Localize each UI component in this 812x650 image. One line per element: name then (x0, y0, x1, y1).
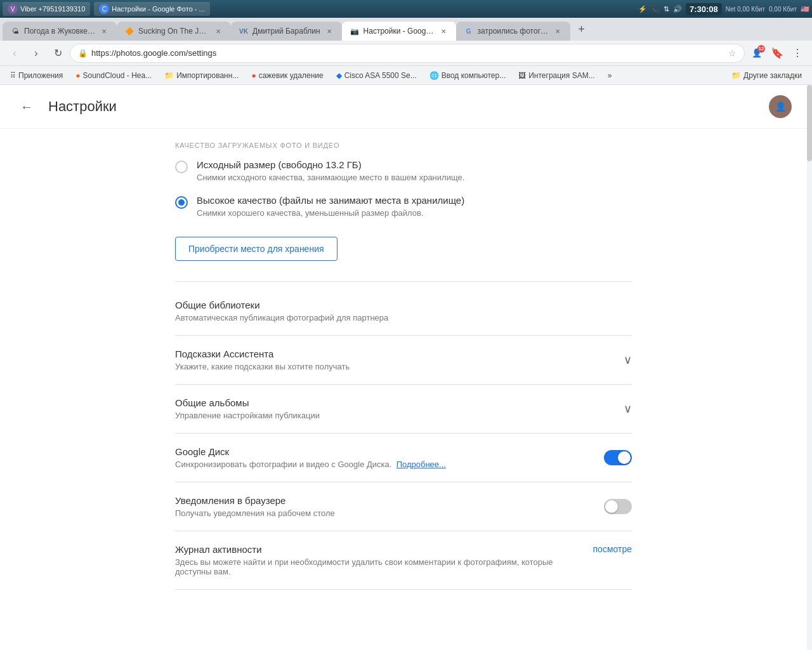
bookmark-vvod-label: Ввод компьютер... (442, 71, 506, 80)
bookmark-other[interactable]: 📁 Другие закладки (726, 69, 807, 82)
bookmark-imported[interactable]: 📁 Импортированн... (159, 69, 244, 82)
radio-highquality-desc: Снимки хорошего качества, уменьшенный ра… (197, 208, 464, 218)
sazhevic-icon: ● (251, 71, 256, 80)
taskbar-phone-icon: 📞 (651, 5, 660, 13)
tab-title-soundcloud: Sucking On The Juice of Nat... (138, 27, 209, 36)
address-text: https://photos.google.com/settings (91, 48, 724, 58)
taskbar-lightning-icon: ⚡ (638, 5, 647, 13)
radio-original-circle[interactable] (175, 161, 188, 173)
settings-container: ← Настройки 👤 КАЧЕСТВО ЗАГРУЖАЕМЫХ ФОТО … (0, 85, 807, 650)
tab-close-vk[interactable]: ✕ (324, 26, 334, 36)
drive-text: Google Диск Синхронизировать фотографии … (175, 446, 591, 469)
tab-vk[interactable]: VK Дмитрий Бараблин ✕ (231, 22, 342, 41)
buy-storage-button[interactable]: Приобрести место для хранения (175, 237, 337, 261)
bookmark-sazhevic-label: сажевик удаление (259, 71, 324, 80)
taskbar-net-info: Net 0,00 Кбит (726, 6, 765, 13)
bookmark-cisco[interactable]: ◆ Cisco ASA 5500 Se... (331, 69, 422, 82)
assistant-desc: Укажите, какие подсказки вы хотите получ… (175, 362, 611, 371)
viber-icon: V (8, 4, 18, 14)
bookmark-integration-label: Интеграция SAM... (528, 71, 594, 80)
forward-button[interactable]: › (27, 44, 46, 63)
more-options-button[interactable]: ⋮ (788, 44, 807, 63)
drive-toggle-action (604, 450, 632, 465)
drive-desc: Синхронизировать фотографии и видео с Go… (175, 460, 591, 469)
settings-row-shared-libs[interactable]: Общие библиотеки Автоматическая публикац… (175, 287, 632, 336)
tab-title-weather: Погода в Жуковке, Нижег... (24, 27, 95, 36)
page-content: ← Настройки 👤 КАЧЕСТВО ЗАГРУЖАЕМЫХ ФОТО … (0, 85, 812, 650)
notifications-toggle-knob (605, 500, 618, 513)
extension-count-badge: 12 (757, 45, 765, 53)
settings-back-button[interactable]: ← (15, 95, 38, 118)
tab-favicon-search: G (464, 26, 474, 36)
scrollbar-thumb[interactable] (807, 85, 812, 161)
bookmark-other-label: Другие закладки (743, 71, 802, 80)
albums-title: Общие альбомы (175, 397, 611, 408)
tab-favicon-photos: 📷 (350, 26, 360, 36)
settings-row-drive[interactable]: Google Диск Синхронизировать фотографии … (175, 434, 632, 482)
taskbar-right: ⚡ 📞 ⇅ 🔊 7:30:08 Net 0,00 Кбит 0,00 Кбит … (638, 3, 809, 15)
drive-toggle[interactable] (604, 450, 632, 465)
notifications-toggle[interactable] (604, 499, 632, 514)
tab-favicon-weather: 🌤 (10, 26, 20, 36)
radio-highquality-title: Высокое качество (файлы не занимают мест… (197, 195, 464, 206)
tab-title-photos: Настройки - Google Фото (363, 27, 435, 36)
bookmark-soundcloud-label: SoundCloud - Hea... (82, 71, 152, 80)
extensions-button[interactable]: 👤 12 (747, 44, 766, 63)
radio-highquality-option[interactable]: Высокое качество (файлы не занимают мест… (175, 195, 632, 218)
scrollbar[interactable] (807, 85, 812, 650)
bookmark-star-icon[interactable]: ☆ (728, 48, 737, 58)
tab-close-photos[interactable]: ✕ (438, 26, 449, 36)
back-button[interactable]: ‹ (5, 44, 24, 63)
cisco-icon: ◆ (336, 71, 342, 80)
taskbar-viber[interactable]: V Viber +79519139310 (3, 2, 90, 16)
bookmark-soundcloud[interactable]: ● SoundCloud - Hea... (70, 69, 157, 82)
radio-original-title: Исходный размер (свободно 13.2 ГБ) (197, 159, 464, 170)
new-tab-button[interactable]: + (573, 20, 591, 38)
settings-row-activity: Журнал активности Здесь вы можете найти … (175, 531, 632, 590)
bookmarks-bar: ⠿ Приложения ● SoundCloud - Hea... 📁 Имп… (0, 66, 812, 85)
radio-original-option[interactable]: Исходный размер (свободно 13.2 ГБ) Снимк… (175, 159, 632, 182)
settings-title: Настройки (48, 98, 117, 115)
tab-close-soundcloud[interactable]: ✕ (213, 26, 223, 36)
radio-highquality-circle[interactable] (175, 196, 188, 209)
settings-row-notifications[interactable]: Уведомления в браузере Получать уведомле… (175, 482, 632, 531)
tab-close-weather[interactable]: ✕ (99, 26, 109, 36)
vvod-icon: 🌐 (429, 71, 439, 80)
other-folder-icon: 📁 (731, 71, 741, 80)
drive-toggle-knob (618, 451, 631, 464)
divider-1 (175, 281, 632, 282)
settings-row-assistant[interactable]: Подсказки Ассистента Укажите, какие подс… (175, 336, 632, 385)
bookmark-apps[interactable]: ⠿ Приложения (5, 69, 68, 82)
albums-text: Общие альбомы Управление настройками пуб… (175, 397, 611, 420)
notifications-toggle-action (604, 499, 632, 514)
bookmark-manager-button[interactable]: 🔖 (768, 44, 787, 63)
reload-button[interactable]: ↻ (48, 44, 67, 63)
user-avatar[interactable]: 👤 (769, 95, 792, 118)
bookmark-more[interactable]: » (603, 69, 617, 82)
settings-row-albums[interactable]: Общие альбомы Управление настройками пуб… (175, 385, 632, 434)
tab-favicon-soundcloud: 🔶 (124, 26, 134, 36)
address-bar[interactable]: 🔒 https://photos.google.com/settings ☆ (70, 44, 745, 63)
radio-original-desc: Снимки исходного качества, занимающие ме… (197, 173, 464, 182)
drive-learn-more-link[interactable]: Подробнее... (396, 460, 446, 469)
tab-close-search[interactable]: ✕ (553, 26, 563, 36)
tab-title-vk: Дмитрий Бараблин (252, 27, 320, 36)
bookmark-sazhevic[interactable]: ● сажевик удаление (246, 69, 328, 82)
notifications-text: Уведомления в браузере Получать уведомле… (175, 495, 591, 518)
taskbar-clock: 7:30:08 (686, 3, 722, 15)
bookmark-vvod[interactable]: 🌐 Ввод компьютер... (424, 69, 511, 82)
notifications-desc: Получать уведомления на рабочем столе (175, 508, 591, 518)
tab-search[interactable]: G затроились фотографии... ✕ (456, 22, 570, 41)
nav-right: 👤 12 🔖 ⋮ (747, 44, 807, 63)
nav-bar: ‹ › ↻ 🔒 https://photos.google.com/settin… (0, 41, 812, 66)
apps-icon: ⠿ (10, 71, 16, 80)
activity-view-link[interactable]: посмотре (593, 544, 632, 554)
tab-title-search: затроились фотографии... (478, 27, 549, 36)
more-bookmarks-icon: » (608, 71, 612, 80)
tab-weather[interactable]: 🌤 Погода в Жуковке, Нижег... ✕ (3, 22, 117, 41)
bookmark-integration[interactable]: 🖼 Интеграция SAM... (513, 69, 599, 82)
lock-icon: 🔒 (78, 49, 88, 58)
taskbar-chrome[interactable]: C Настройки - Google Фото - ... (94, 2, 209, 16)
tab-soundcloud[interactable]: 🔶 Sucking On The Juice of Nat... ✕ (117, 22, 231, 41)
tab-photos[interactable]: 📷 Настройки - Google Фото ✕ (342, 22, 456, 41)
